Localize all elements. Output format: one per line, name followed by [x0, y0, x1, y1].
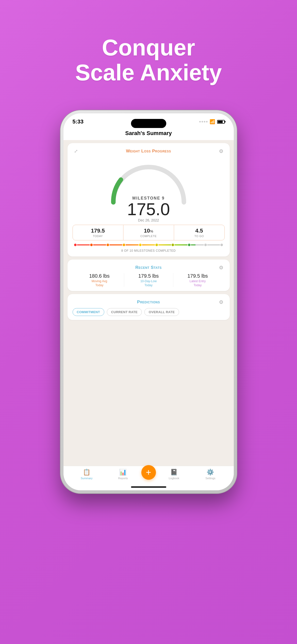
reports-icon: 📊 — [119, 469, 127, 476]
milestone-dot-7 — [171, 243, 175, 247]
weight-progress-header: ⤢ Weight Loss Progress ⚙ — [73, 148, 225, 155]
stat-togo-value: 4.5 — [176, 228, 223, 234]
stat-today-value: 179.5 — [74, 228, 122, 234]
nav-item-settings[interactable]: ⚙️ Settings — [192, 469, 229, 480]
stat-complete-label: COMPLETE — [125, 235, 172, 238]
hero-line1: Conquer — [102, 35, 195, 60]
stat-togo: 4.5 TO GO — [174, 225, 224, 240]
latest-entry-label2: Today — [173, 283, 222, 287]
predictions-header: Predictions ⚙ — [73, 299, 225, 306]
predictions-settings-button[interactable]: ⚙ — [218, 299, 225, 306]
summary-label: Summary — [81, 477, 92, 480]
milestone-dot-3 — [106, 243, 110, 247]
recent-stats-card: Recent Stats ⚙ 180.6 lbs Moving Avg Toda… — [68, 260, 230, 291]
dynamic-island — [131, 119, 166, 128]
latest-entry-label1: Latest Entry — [173, 279, 222, 283]
weight-display-value: 175.0 — [127, 201, 170, 218]
status-bar: 5:33 📶 — [63, 113, 234, 128]
predictions-tabs: COMMITMENT CURRENT RATE OVERALL RATE — [73, 308, 225, 316]
recent-stats-gear-icon: ⚙ — [219, 265, 223, 271]
milestone-dot-1 — [74, 243, 77, 247]
milestone-dot-5 — [139, 243, 142, 247]
recent-stat-latest-entry: 179.5 lbs Latest Entry Today — [173, 273, 222, 287]
reports-label: Reports — [118, 477, 128, 480]
weight-progress-title: Weight Loss Progress — [80, 149, 218, 154]
signal-dots — [199, 121, 208, 122]
phone-frame: 5:33 📶 Sarah's Summary — [60, 110, 237, 493]
weight-progress-settings-button[interactable]: ⚙ — [218, 148, 225, 155]
predictions-gear-icon: ⚙ — [219, 299, 223, 305]
tab-commitment[interactable]: COMMITMENT — [73, 308, 105, 316]
expand-button[interactable]: ⤢ — [73, 148, 80, 155]
gauge-container: MILESTONE 9 175.0 Dec 26, 2022 — [73, 156, 225, 222]
milestone-dot-4 — [122, 243, 126, 247]
status-time: 5:33 — [73, 118, 84, 125]
moving-avg-label2: Today — [75, 283, 124, 287]
latest-entry-value: 179.5 lbs — [173, 273, 222, 279]
tab-current-rate[interactable]: CURRENT RATE — [107, 308, 142, 316]
bottom-nav: 📋 Summary 📊 Reports + 📓 Logbook ⚙️ Setti… — [63, 466, 234, 485]
logbook-icon: 📓 — [170, 469, 178, 476]
moving-avg-value: 180.6 lbs — [75, 273, 124, 279]
milestone-dot-10 — [220, 243, 223, 247]
home-indicator — [131, 486, 166, 488]
recent-stat-moving-avg: 180.6 lbs Moving Avg Today — [75, 273, 124, 287]
settings-icon: ⚙️ — [207, 469, 214, 476]
screen-content: ⤢ Weight Loss Progress ⚙ — [63, 140, 234, 466]
10day-low-label1: 10-Day-Low — [124, 279, 173, 283]
nav-item-logbook[interactable]: 📓 Logbook — [156, 469, 192, 480]
stat-togo-label: TO GO — [176, 235, 223, 238]
stats-row: 179.5 TODAY 10% COMPLETE 4.5 TO GO — [73, 225, 225, 240]
nav-item-reports[interactable]: 📊 Reports — [105, 469, 141, 480]
recent-stat-10day-low: 179.5 lbs 10-Day-Low Today — [124, 273, 173, 287]
home-indicator-bar — [63, 485, 234, 490]
recent-stats-title: Recent Stats — [80, 265, 218, 270]
hero-line2: Scale Anxiety — [75, 60, 222, 85]
settings-label: Settings — [205, 477, 215, 480]
milestone-dot-2 — [90, 243, 93, 247]
predictions-title: Predictions — [80, 300, 218, 305]
milestones-track — [74, 242, 224, 247]
battery-icon — [217, 120, 225, 124]
wifi-icon: 📶 — [210, 119, 215, 124]
nav-item-summary[interactable]: 📋 Summary — [69, 469, 105, 480]
predictions-card: Predictions ⚙ COMMITMENT CURRENT RATE OV… — [68, 294, 230, 320]
recent-stats-row: 180.6 lbs Moving Avg Today 179.5 lbs 10-… — [73, 273, 225, 287]
stat-today-label: TODAY — [74, 235, 122, 238]
add-entry-button[interactable]: + — [141, 465, 156, 480]
tab-overall-rate[interactable]: OVERALL RATE — [144, 308, 179, 316]
milestone-dot-8 — [187, 243, 191, 247]
add-icon: + — [146, 468, 151, 477]
page-title-bar: Sarah's Summary — [63, 128, 234, 140]
gauge-center-text: MILESTONE 9 175.0 Dec 26, 2022 — [127, 196, 170, 222]
stat-complete-value: 10% — [125, 228, 172, 234]
recent-stats-settings-button[interactable]: ⚙ — [218, 264, 225, 271]
logbook-label: Logbook — [169, 477, 179, 480]
milestone-dot-9 — [204, 243, 207, 247]
10day-low-label2: Today — [124, 283, 173, 287]
recent-stats-header: Recent Stats ⚙ — [73, 264, 225, 271]
weight-progress-card: ⤢ Weight Loss Progress ⚙ — [68, 143, 230, 256]
dots-row — [74, 243, 224, 247]
page-title: Sarah's Summary — [125, 130, 172, 136]
phone-screen: 5:33 📶 Sarah's Summary — [63, 113, 234, 490]
moving-avg-label1: Moving Avg — [75, 279, 124, 283]
stat-today: 179.5 TODAY — [73, 225, 123, 240]
10day-low-value: 179.5 lbs — [124, 273, 173, 279]
summary-icon: 📋 — [83, 469, 90, 476]
milestones-progress: 8 OF 10 MILESTONES COMPLETED — [73, 240, 225, 252]
milestones-label: 8 OF 10 MILESTONES COMPLETED — [74, 249, 224, 252]
milestone-dot-6 — [155, 243, 158, 247]
gear-icon: ⚙ — [219, 148, 223, 154]
stat-complete: 10% COMPLETE — [123, 225, 174, 240]
hero-text: Conquer Scale Anxiety — [75, 18, 222, 98]
date-label: Dec 26, 2022 — [127, 218, 170, 222]
expand-icon: ⤢ — [74, 148, 78, 154]
status-icons: 📶 — [199, 119, 225, 124]
